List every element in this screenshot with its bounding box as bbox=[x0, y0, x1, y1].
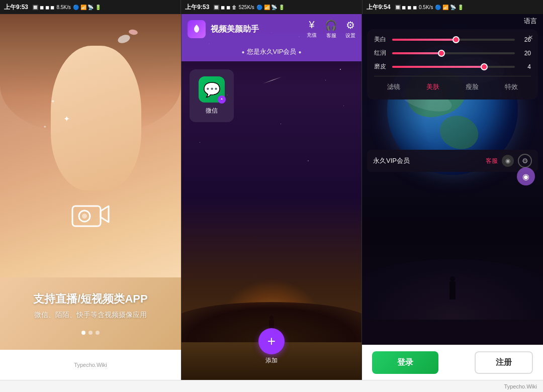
slider-fill-meibal bbox=[392, 39, 456, 41]
svg-point-3 bbox=[82, 214, 87, 219]
tab-skin[interactable]: 美肤 bbox=[422, 80, 443, 93]
wechat-badge bbox=[218, 95, 226, 104]
vip-status-text: 永久VIP会员 bbox=[373, 156, 410, 165]
status-icons-2: 🔲 ◼ ◼ 🗑 bbox=[213, 5, 236, 10]
wechat-icon: 💬 bbox=[199, 76, 225, 103]
status-bar: 上午9:53 🔲 ◼ ◼ ◼ 8.5K/s 🔵 📶 📡 🔋 上午9:53 🔲 ◼… bbox=[0, 0, 543, 14]
slider-row-hongrun: 红润 20 bbox=[374, 49, 531, 57]
slider-row-meibal: 美白 26 bbox=[374, 35, 531, 44]
slider-thumb-meibal[interactable] bbox=[452, 36, 460, 43]
speed-1: 8.5K/s bbox=[56, 5, 70, 10]
slider-value-mopi: 4 bbox=[519, 63, 531, 70]
credit-label: Typecho.Wiki bbox=[74, 362, 107, 368]
register-button[interactable]: 注册 bbox=[475, 351, 533, 374]
time-1: 上午9:53 bbox=[4, 3, 28, 12]
status-icons-1: 🔲 ◼ ◼ ◼ bbox=[32, 5, 54, 10]
vip-icon-button[interactable]: ◉ bbox=[502, 155, 514, 167]
tab-slim[interactable]: 瘦脸 bbox=[462, 80, 483, 93]
wechat-tile[interactable]: 💬 微信 bbox=[190, 69, 234, 122]
header-actions: ¥ 充值 🎧 客服 ⚙ 设置 bbox=[307, 19, 355, 39]
pagination-dots bbox=[0, 331, 181, 335]
status-icons-3: 🔲 ◼ ◼ ◼ bbox=[395, 5, 417, 10]
time-2: 上午9:53 bbox=[185, 3, 209, 12]
vip-dot-left: ● bbox=[241, 49, 244, 55]
panel1-text-block: 支持直播/短视频类APP 微信、陌陌、快手等含视频摄像应用 bbox=[0, 291, 181, 320]
vip-actions: 客服 ◉ ⚙ bbox=[486, 154, 532, 168]
vip-notice-text: 您是永久VIP会员 bbox=[247, 47, 297, 56]
tab-effects[interactable]: 特效 bbox=[501, 80, 522, 93]
dot-1 bbox=[81, 331, 85, 335]
recharge-label: 充值 bbox=[307, 32, 317, 39]
slider-label-meibal: 美白 bbox=[374, 35, 388, 44]
dot-3 bbox=[96, 331, 100, 335]
gear-icon-button[interactable]: ⚙ bbox=[518, 154, 532, 168]
slider-label-mopi: 磨皮 bbox=[374, 62, 388, 71]
camera-icon bbox=[70, 199, 111, 231]
slider-label-hongrun: 红润 bbox=[374, 49, 388, 57]
floating-button[interactable]: ◉ bbox=[517, 167, 535, 185]
app-logo bbox=[188, 20, 206, 38]
credit-bar: Typecho.Wiki bbox=[0, 380, 543, 392]
signal-icons-2: 🔵 📶 📡 🔋 bbox=[256, 5, 285, 10]
slider-fill-hongrun bbox=[392, 52, 441, 54]
language-button[interactable]: 语言 bbox=[524, 17, 537, 26]
add-button-container: + 添加 bbox=[258, 328, 285, 365]
wechat-label: 微信 bbox=[206, 107, 218, 115]
dot-2 bbox=[88, 331, 93, 335]
settings-icon: ⚙ bbox=[346, 19, 355, 31]
panel1-subtitle: 微信、陌陌、快手等含视频摄像应用 bbox=[0, 311, 181, 320]
beauty-control-panel: × 美白 26 红润 bbox=[367, 29, 538, 100]
slider-value-hongrun: 20 bbox=[519, 50, 531, 57]
login-button[interactable]: 登录 bbox=[372, 351, 438, 374]
signal-icons-1: 🔵 📶 📡 🔋 bbox=[73, 5, 101, 10]
app-name-label: 视频美颜助手 bbox=[211, 24, 302, 35]
app-header: 视频美颜助手 ¥ 充值 🎧 客服 ⚙ 设置 bbox=[182, 14, 361, 44]
panel3-header: 语言 bbox=[362, 14, 543, 28]
slider-thumb-hongrun[interactable] bbox=[438, 50, 445, 57]
vip-service-button[interactable]: 客服 bbox=[486, 157, 498, 165]
recharge-icon: ¥ bbox=[309, 19, 314, 31]
signal-icons-3: 🔵 📶 📡 🔋 bbox=[435, 5, 463, 10]
vip-banner: ● 您是永久VIP会员 ● bbox=[182, 44, 361, 61]
status-bar-panel1: 上午9:53 🔲 ◼ ◼ ◼ 8.5K/s 🔵 📶 📡 🔋 bbox=[0, 0, 181, 14]
panel-app-main: 视频美颜助手 ¥ 充值 🎧 客服 ⚙ 设置 bbox=[181, 14, 362, 380]
floating-icon: ◉ bbox=[522, 172, 529, 181]
vip-dot-right: ● bbox=[298, 49, 301, 55]
person-silhouette-3 bbox=[449, 281, 456, 300]
panel1-title: 支持直播/短视频类APP bbox=[0, 291, 181, 307]
close-button[interactable]: × bbox=[528, 33, 533, 42]
credit-text: Typecho.Wiki bbox=[504, 383, 537, 389]
status-bar-panel3: 上午9:54 🔲 ◼ ◼ ◼ 0.5K/s 🔵 📶 📡 🔋 bbox=[363, 0, 543, 14]
recharge-action[interactable]: ¥ 充值 bbox=[307, 19, 317, 39]
slider-track-meibal[interactable] bbox=[392, 39, 515, 41]
vip-status-bar: 永久VIP会员 客服 ◉ ⚙ bbox=[367, 150, 538, 172]
panel1-bottom-bar: Typecho.Wiki bbox=[0, 350, 181, 380]
tab-filter[interactable]: 滤镜 bbox=[383, 80, 404, 93]
svg-marker-1 bbox=[101, 206, 109, 222]
speed-2: 525K/s bbox=[239, 5, 254, 10]
service-label: 客服 bbox=[326, 32, 336, 39]
time-3: 上午9:54 bbox=[367, 3, 391, 12]
slider-fill-mopi bbox=[392, 66, 484, 68]
panel-intro: ✦ ✦ ✦ 支持直 bbox=[0, 14, 181, 380]
app-grid: 💬 微信 bbox=[182, 61, 361, 130]
status-bar-panel2: 上午9:53 🔲 ◼ ◼ 🗑 525K/s 🔵 📶 📡 🔋 bbox=[181, 0, 362, 14]
service-action[interactable]: 🎧 客服 bbox=[325, 19, 337, 39]
add-label: 添加 bbox=[265, 356, 278, 365]
settings-label: 设置 bbox=[345, 32, 355, 39]
settings-action[interactable]: ⚙ 设置 bbox=[345, 19, 355, 39]
panel-beauty: 语言 × 美白 26 红润 bbox=[362, 14, 543, 380]
beauty-tabs: 滤镜 美肤 瘦脸 特效 bbox=[374, 76, 531, 93]
service-icon: 🎧 bbox=[325, 19, 337, 31]
add-button[interactable]: + bbox=[258, 328, 285, 354]
auth-footer: 登录 注册 bbox=[362, 345, 543, 380]
slider-row-mopi: 磨皮 4 bbox=[374, 62, 531, 71]
slider-track-mopi[interactable] bbox=[392, 66, 515, 68]
slider-track-hongrun[interactable] bbox=[392, 52, 515, 54]
speed-3: 0.5K/s bbox=[419, 5, 433, 10]
slider-thumb-mopi[interactable] bbox=[481, 63, 488, 70]
